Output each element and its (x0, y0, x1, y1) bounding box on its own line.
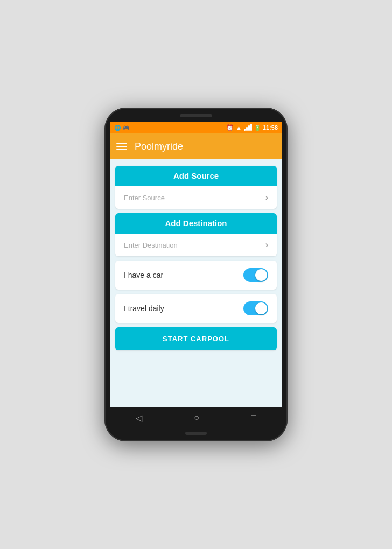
status-right-icons: ⏰ ▲ 🔋 11:58 (226, 124, 278, 131)
alarm-icon: ⏰ (226, 124, 234, 131)
battery-icon: 🔋 (254, 125, 261, 131)
source-card-header: Add Source (115, 166, 277, 186)
back-button[interactable]: ◁ (129, 411, 149, 425)
status-left-icons: 🌐 🎮 (114, 125, 129, 131)
destination-card-header: Add Destination (115, 213, 277, 234)
recent-button[interactable]: □ (244, 411, 263, 425)
app-bar: Poolmyride (110, 133, 282, 159)
source-placeholder: Enter Source (124, 194, 165, 202)
travel-daily-card: I travel daily (115, 294, 277, 323)
have-car-label: I have a car (124, 271, 163, 279)
game-icon: 🎮 (123, 125, 129, 131)
source-chevron-icon: › (265, 193, 268, 202)
phone-device: 🌐 🎮 ⏰ ▲ 🔋 11:58 (104, 108, 288, 441)
home-button[interactable]: ○ (187, 411, 206, 425)
time-display: 11:58 (263, 124, 278, 131)
destination-header-label: Add Destination (165, 219, 227, 228)
phone-home-physical-button (185, 432, 207, 435)
destination-placeholder: Enter Destination (124, 241, 178, 249)
have-car-toggle[interactable] (243, 268, 268, 282)
destination-chevron-icon: › (265, 240, 268, 250)
app-title: Poolmyride (135, 141, 183, 152)
hamburger-menu-button[interactable] (116, 143, 127, 150)
wifi-icon: ▲ (236, 124, 242, 131)
have-car-toggle-knob (255, 269, 267, 281)
globe-icon: 🌐 (114, 125, 121, 131)
phone-speaker (180, 114, 212, 117)
travel-daily-toggle[interactable] (243, 301, 268, 315)
destination-input-row[interactable]: Enter Destination › (115, 234, 277, 256)
phone-screen: 🌐 🎮 ⏰ ▲ 🔋 11:58 (110, 122, 282, 428)
have-car-card: I have a car (115, 261, 277, 290)
start-carpool-button[interactable]: START CARPOOL (115, 327, 277, 350)
nav-bar: ◁ ○ □ (110, 407, 282, 428)
destination-card: Add Destination Enter Destination › (115, 213, 277, 256)
status-bar: 🌐 🎮 ⏰ ▲ 🔋 11:58 (110, 122, 282, 133)
signal-bars (244, 124, 252, 131)
travel-daily-label: I travel daily (124, 304, 164, 313)
source-input-row[interactable]: Enter Source › (115, 186, 277, 209)
main-content: Add Source Enter Source › Add Destinatio… (110, 159, 282, 407)
source-header-label: Add Source (173, 171, 219, 180)
source-card: Add Source Enter Source › (115, 166, 277, 209)
travel-daily-toggle-knob (255, 302, 267, 314)
